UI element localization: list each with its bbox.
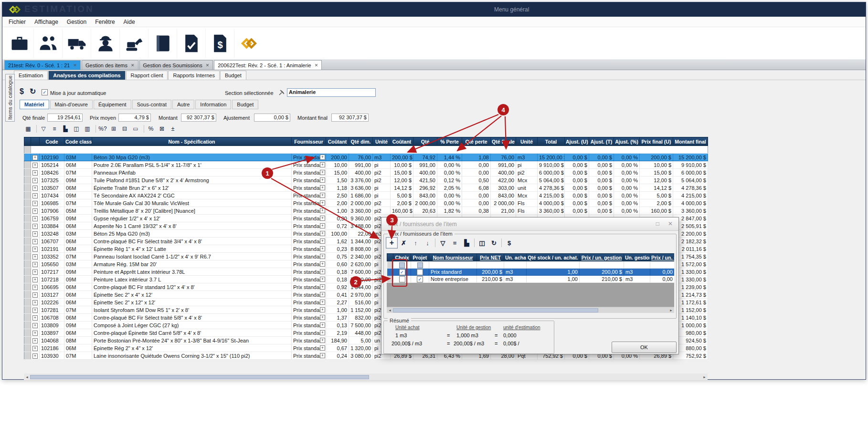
row-expander-icon[interactable]: +	[32, 224, 38, 229]
supplier-truck-icon[interactable]	[63, 29, 91, 58]
row-expander-icon[interactable]: +	[32, 178, 38, 183]
refresh-icon[interactable]: ↻	[30, 87, 36, 96]
choix-select-all-checkbox[interactable]	[399, 262, 405, 268]
chart-icon[interactable]: ▙	[61, 124, 70, 134]
estimation-document-icon[interactable]	[177, 29, 206, 58]
print-icon[interactable]: ◫	[72, 124, 81, 134]
supplier-expander-icon[interactable]: +	[320, 292, 325, 297]
row-expander-icon[interactable]: +	[32, 163, 38, 168]
catalog-book-icon[interactable]	[148, 29, 177, 58]
supplier-expander-icon[interactable]: +	[320, 307, 325, 312]
menu-fenetre[interactable]: Fenêtre	[91, 19, 119, 25]
table-row[interactable]: +10521406MPoutre 2.0E Parallam PSL 5-1/4…	[24, 161, 708, 169]
scrollbar-thumb[interactable]	[393, 308, 598, 312]
horizontal-scrollbar[interactable]: ◄ ►	[24, 374, 708, 380]
row-expander-icon[interactable]: +	[32, 338, 38, 343]
dialog-horizontal-scrollbar[interactable]: ◄ ►	[387, 307, 674, 313]
supplier-row[interactable]: ✓ Prix standard 200,00 $ m3 1,00 200,00 …	[387, 269, 675, 276]
choix-checkbox[interactable]	[399, 276, 405, 282]
tab-equipement[interactable]: Équipement	[94, 100, 131, 109]
supplier-row[interactable]: ✓ Notre entreprise 210,00 $ m3 1,00 210,…	[387, 276, 675, 283]
row-expander-icon[interactable]: +	[32, 353, 38, 359]
scroll-right-icon[interactable]: ►	[701, 375, 708, 379]
percent-icon[interactable]: %	[146, 124, 156, 134]
row-expander-icon[interactable]: +	[32, 277, 38, 282]
tab-main-doeuvre[interactable]: Main-d'oeuvre	[50, 100, 93, 109]
row-expander-icon[interactable]: +	[32, 239, 38, 244]
column-header[interactable]: Choix	[393, 254, 411, 261]
section-input[interactable]: Animalerie	[287, 88, 376, 97]
columns-icon[interactable]: ▥	[83, 124, 92, 134]
column-header[interactable]: Qté dim.	[349, 137, 373, 146]
sidebar-tab-items-catalogue[interactable]: Items du catalogue	[5, 74, 15, 122]
row-expander-icon[interactable]: +	[32, 323, 38, 328]
supplier-expander-icon[interactable]: +	[320, 300, 325, 305]
column-header[interactable]: Qté perte	[462, 137, 491, 146]
row-expander-icon[interactable]: +	[32, 201, 38, 206]
supplier-expander-icon[interactable]: +	[320, 185, 325, 190]
qte-finale-field[interactable]: 19 254,61	[47, 114, 83, 122]
auto-update-checkbox[interactable]: ✓	[42, 89, 48, 95]
percent-assist-icon[interactable]: %?	[98, 124, 107, 134]
ok-button[interactable]: OK	[612, 342, 677, 353]
supplier-expander-icon[interactable]: +	[320, 200, 325, 206]
row-expander-icon[interactable]: +	[32, 216, 38, 221]
billing-document-icon[interactable]: $	[206, 29, 234, 58]
forklift-icon[interactable]: ⊞	[109, 124, 118, 134]
supplier-expander-icon[interactable]: +	[320, 239, 325, 244]
supplier-expander-icon[interactable]: +	[320, 284, 325, 290]
menu-affichage[interactable]: Affichage	[30, 19, 63, 25]
menu-aide[interactable]: Aide	[119, 19, 139, 25]
dialog-titlebar[interactable]: Prix / fournisseurs de l'item □ ✕	[381, 218, 678, 231]
tab-close-icon[interactable]: ✕	[315, 63, 318, 68]
tab-budget-categorie[interactable]: Budget	[232, 100, 258, 109]
column-header[interactable]: Ajust. (%)	[614, 137, 640, 146]
supplier-expander-icon[interactable]: +	[320, 162, 325, 167]
supplier-expander-icon[interactable]: +	[320, 246, 325, 251]
truck-icon[interactable]: ⊠	[157, 124, 167, 134]
ajustement-field[interactable]: 0,00 $	[254, 114, 290, 122]
tab-rapport-client[interactable]: Rapport client	[126, 71, 168, 80]
table-row[interactable]: +10842607MPanneaux PAnfabPrix standard+1…	[24, 169, 708, 176]
column-header[interactable]: Qté finale	[491, 137, 516, 146]
close-icon[interactable]: ✕	[668, 220, 673, 227]
column-header[interactable]: Code class.	[64, 137, 92, 146]
supplier-expander-icon[interactable]: +	[320, 345, 325, 351]
worker-icon[interactable]	[91, 29, 120, 58]
prix-moyen-field[interactable]: 4,79 $	[118, 114, 151, 122]
tab-gestion-items[interactable]: Gestion des items ✕	[82, 60, 138, 70]
supplier-expander-icon[interactable]: +	[320, 330, 325, 335]
maximize-icon[interactable]: □	[656, 220, 659, 227]
column-header[interactable]: Code	[40, 137, 64, 146]
column-header[interactable]: Total	[538, 137, 565, 146]
row-expander-icon[interactable]: +	[32, 315, 38, 321]
supplier-expander-icon[interactable]: +	[320, 322, 325, 328]
column-header[interactable]: Unité	[373, 137, 391, 146]
table-row[interactable]: +10732509MTuile Plafond #1851 Dune 5/8" …	[24, 176, 708, 184]
scrollbar-thumb[interactable]	[30, 375, 369, 379]
table-row[interactable]: +10790605MTreillis Métallique 8' x 20' […	[24, 207, 708, 215]
row-expander-icon[interactable]: +	[32, 292, 38, 298]
menu-gestion[interactable]: Gestion	[63, 19, 91, 25]
tab-sous-contrat[interactable]: Sous-contrat	[132, 100, 171, 109]
filter-icon[interactable]: ▽	[39, 124, 48, 134]
project-briefcase-icon[interactable]	[5, 29, 34, 58]
column-header[interactable]: Prix final (U)	[640, 137, 673, 146]
supplier-expander-icon[interactable]: +	[320, 315, 325, 320]
projet-checkbox[interactable]	[417, 269, 423, 275]
column-header[interactable]: Prix / un. gestion	[580, 254, 624, 261]
column-header[interactable]	[24, 137, 31, 146]
row-expander-icon[interactable]: +	[32, 262, 38, 267]
row-expander-icon[interactable]: +	[32, 247, 38, 252]
tab-materiel[interactable]: Matériel	[20, 100, 49, 109]
row-expander-icon[interactable]: +	[32, 193, 38, 198]
scroll-right-icon[interactable]: ►	[668, 309, 674, 312]
column-header[interactable]: Un. gestion	[624, 254, 650, 261]
tab-close-icon[interactable]: ✕	[131, 63, 135, 68]
tab-autre[interactable]: Autre	[172, 100, 194, 109]
supplier-expander-icon[interactable]: +	[320, 353, 325, 358]
row-expander-icon[interactable]: +	[32, 270, 38, 275]
column-header[interactable]: Fournisseur	[292, 137, 326, 146]
montant-final-field[interactable]: 92 307,37 $	[331, 114, 369, 122]
row-expander-icon[interactable]: +	[32, 300, 38, 305]
